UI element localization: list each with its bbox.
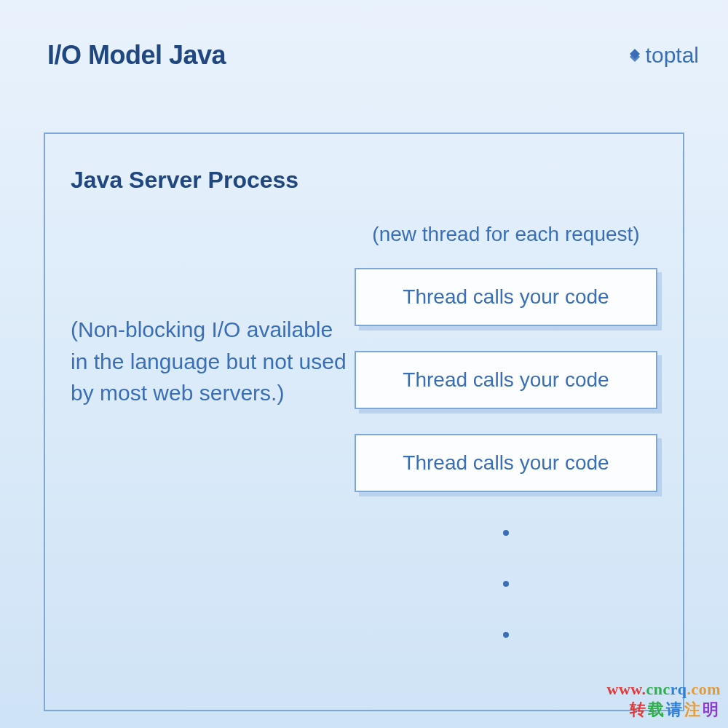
process-box: Java Server Process (Non-blocking I/O av…	[44, 132, 684, 711]
columns: (Non-blocking I/O available in the langu…	[71, 223, 657, 638]
left-column: (Non-blocking I/O available in the langu…	[71, 223, 355, 409]
right-column: (new thread for each request) Thread cal…	[355, 223, 657, 638]
header: I/O Model Java toptal	[0, 0, 728, 71]
thread-caption: (new thread for each request)	[355, 223, 657, 246]
process-title: Java Server Process	[71, 167, 657, 194]
thread-box: Thread calls your code	[355, 351, 657, 409]
page-title: I/O Model Java	[47, 40, 226, 71]
toptal-icon	[627, 44, 643, 66]
thread-box: Thread calls your code	[355, 268, 657, 326]
dot-icon	[503, 581, 509, 587]
thread-box: Thread calls your code	[355, 434, 657, 492]
brand-logo: toptal	[627, 43, 699, 68]
ellipsis-dots	[355, 530, 657, 638]
dot-icon	[503, 632, 509, 638]
brand-text: toptal	[646, 43, 699, 68]
dot-icon	[503, 530, 509, 536]
nonblocking-note: (Non-blocking I/O available in the langu…	[71, 314, 355, 409]
